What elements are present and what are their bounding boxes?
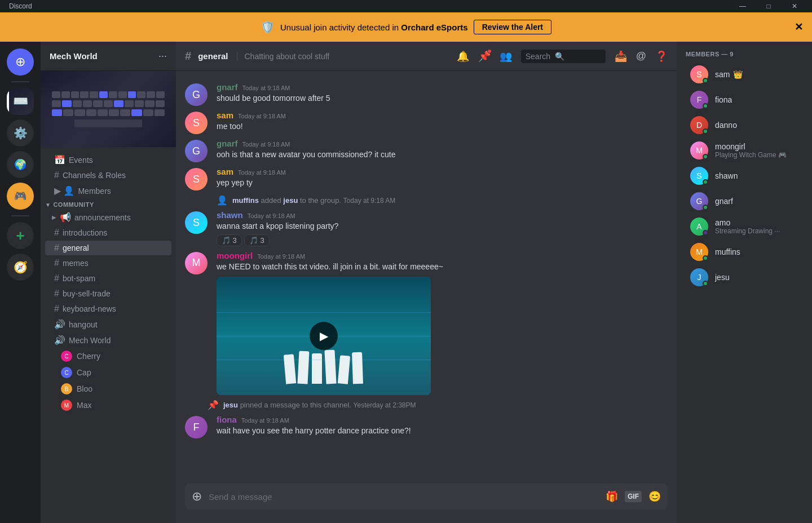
sidebar-divider bbox=[11, 81, 29, 82]
message-author-moongirl[interactable]: moongirl bbox=[217, 251, 253, 260]
muffins-status-indicator bbox=[703, 255, 708, 261]
voice-member-max[interactable]: M Max bbox=[45, 397, 171, 413]
discord-home-button[interactable]: ⊕ bbox=[7, 48, 34, 76]
message-author-shawn[interactable]: shawn bbox=[217, 210, 243, 220]
message-author-sam-2[interactable]: sam bbox=[217, 167, 233, 176]
member-jesu[interactable]: J jesu bbox=[681, 265, 807, 290]
bloo-avatar: B bbox=[61, 383, 72, 395]
member-gnarf[interactable]: G gnarf bbox=[681, 189, 807, 214]
close-button[interactable]: ✕ bbox=[782, 0, 807, 12]
chat-input-area: ⊕ Send a message 🎁 GIF 😊 bbox=[176, 484, 677, 523]
server-icon-3[interactable]: 🌍 bbox=[7, 151, 34, 178]
chat-input-field[interactable]: Send a message bbox=[209, 492, 599, 502]
emoji-button[interactable]: 😊 bbox=[648, 490, 661, 503]
video-play-button[interactable]: ▶ bbox=[310, 322, 338, 350]
announcement-icon: 📢 bbox=[60, 212, 71, 223]
message-content-fiona: fiona Today at 9:18 AM wait have you see… bbox=[217, 415, 668, 438]
voice-hangout-icon: 🔊 bbox=[54, 319, 65, 330]
message-text-sam-1: me too! bbox=[217, 121, 668, 132]
server-name: Mech World bbox=[50, 51, 98, 61]
jesu-status-indicator bbox=[703, 281, 708, 286]
maximize-button[interactable]: □ bbox=[756, 0, 782, 12]
channel-hangout[interactable]: 🔊 hangout bbox=[45, 317, 171, 332]
shawn-avatar[interactable]: S bbox=[185, 211, 208, 234]
jesu-member-info: jesu bbox=[715, 273, 798, 282]
message-author-sam-1[interactable]: sam bbox=[217, 110, 233, 120]
members-item[interactable]: ▶ 👤 Members bbox=[45, 183, 171, 198]
message-author-gnarf-1[interactable]: gnarf bbox=[217, 82, 238, 92]
minimize-button[interactable]: — bbox=[730, 0, 756, 12]
channel-mechworld-voice[interactable]: 🔊 Mech World bbox=[45, 333, 171, 348]
sam-avatar-1[interactable]: S bbox=[185, 112, 208, 134]
server-menu-icon[interactable]: ··· bbox=[158, 50, 167, 62]
message-author-fiona[interactable]: fiona bbox=[217, 415, 237, 424]
inbox-icon[interactable]: 📥 bbox=[615, 50, 627, 63]
moongirl-avatar[interactable]: M bbox=[185, 252, 208, 274]
channel-bot-spam[interactable]: # bot-spam bbox=[45, 271, 171, 286]
member-moongirl[interactable]: M moongirl Playing Witch Game 🎮 bbox=[681, 138, 807, 163]
system-target[interactable]: jesu bbox=[283, 196, 298, 205]
member-amo[interactable]: A amo Streaming Drawing ··· bbox=[681, 214, 807, 239]
fiona-avatar[interactable]: F bbox=[185, 416, 208, 438]
gif-button[interactable]: GIF bbox=[625, 491, 642, 502]
video-embed[interactable]: ▶ bbox=[217, 277, 431, 395]
server-header[interactable]: Mech World ··· bbox=[41, 42, 176, 71]
search-icon: 🔍 bbox=[555, 52, 564, 61]
pin-icon[interactable]: 📌 bbox=[478, 50, 491, 63]
member-muffins[interactable]: M muffins bbox=[681, 240, 807, 264]
voice-member-bloo[interactable]: B Bloo bbox=[45, 381, 171, 397]
section-arrow: ▼ bbox=[45, 202, 51, 208]
voice-member-cherry[interactable]: C Cherry bbox=[45, 348, 171, 364]
member-shawn[interactable]: S shawn bbox=[681, 163, 807, 188]
channel-introductions[interactable]: # introductions bbox=[45, 225, 171, 240]
server-icon-4[interactable]: 🎮 bbox=[7, 183, 34, 210]
server-sidebar: ⊕ ⌨️ ⚙️ 🌍 🎮 + 🧭 bbox=[0, 42, 41, 523]
voice-member-cap[interactable]: C Cap bbox=[45, 365, 171, 380]
amo-member-name: amo bbox=[715, 218, 798, 227]
channel-memes[interactable]: # memes bbox=[45, 256, 171, 271]
message-author-gnarf-2[interactable]: gnarf bbox=[217, 139, 238, 148]
channel-keyboard-news[interactable]: # keyboard-news bbox=[45, 302, 171, 316]
member-sam[interactable]: S sam 👑 bbox=[681, 62, 807, 87]
voice-mechworld-icon: 🔊 bbox=[54, 335, 65, 345]
sam-avatar-2[interactable]: S bbox=[185, 168, 208, 190]
chat-header-actions: 🔔 📌 👥 Search 🔍 📥 @ ❓ bbox=[457, 50, 668, 63]
add-server-button[interactable]: + bbox=[7, 222, 34, 249]
alert-close-button[interactable]: ✕ bbox=[795, 21, 803, 33]
channel-hash-icon: # bbox=[185, 50, 191, 63]
explore-button[interactable]: 🧭 bbox=[7, 254, 34, 281]
channel-announcements[interactable]: ▶ 📢 announcements bbox=[45, 210, 171, 225]
system-actor[interactable]: muffins bbox=[232, 196, 259, 205]
add-attachment-button[interactable]: ⊕ bbox=[192, 489, 202, 504]
help-icon[interactable]: ❓ bbox=[655, 50, 668, 63]
channels-roles-item[interactable]: # Channels & Roles bbox=[45, 168, 171, 183]
muffins-member-info: muffins bbox=[715, 247, 798, 256]
channel-buy-sell-trade[interactable]: # buy-sell-trade bbox=[45, 286, 171, 301]
server-icon-mechworld[interactable]: ⌨️ bbox=[7, 88, 34, 115]
sam-member-info: sam 👑 bbox=[715, 70, 798, 79]
server-icon-2[interactable]: ⚙️ bbox=[7, 119, 34, 147]
channel-general[interactable]: # general bbox=[45, 241, 171, 255]
notification-bell-icon[interactable]: 🔔 bbox=[457, 50, 469, 63]
events-item[interactable]: 📅 Events bbox=[45, 152, 171, 167]
channel-name-mechworld-voice: Mech World bbox=[69, 336, 111, 345]
community-section[interactable]: ▼ COMMUNITY bbox=[41, 199, 176, 209]
system-message-added: 👤 muffins added jesu to the group. Today… bbox=[176, 193, 677, 208]
gnarf-avatar-2[interactable]: G bbox=[185, 140, 208, 162]
reaction-1[interactable]: 🎵 3 bbox=[217, 234, 242, 246]
members-toggle-icon[interactable]: 👥 bbox=[500, 50, 512, 63]
reaction-2[interactable]: 🎵 3 bbox=[244, 234, 270, 246]
message-time-shawn: Today at 9:18 AM bbox=[248, 212, 295, 219]
hash-icon: # bbox=[54, 170, 59, 180]
member-fiona[interactable]: F fiona bbox=[681, 87, 807, 112]
search-box[interactable]: Search 🔍 bbox=[521, 50, 606, 63]
member-danno[interactable]: D danno bbox=[681, 113, 807, 138]
gnarf-avatar-1[interactable]: G bbox=[185, 83, 208, 106]
pin-actor[interactable]: jesu bbox=[223, 401, 238, 409]
hash-bst-icon: # bbox=[54, 289, 59, 299]
at-icon[interactable]: @ bbox=[636, 50, 646, 62]
message-header-moongirl: moongirl Today at 9:18 AM bbox=[217, 251, 668, 260]
message-text-moongirl: we NEED to watch this txt video. ill joi… bbox=[217, 262, 668, 273]
review-alert-button[interactable]: Review the Alert bbox=[474, 20, 551, 34]
gift-button[interactable]: 🎁 bbox=[606, 490, 618, 503]
